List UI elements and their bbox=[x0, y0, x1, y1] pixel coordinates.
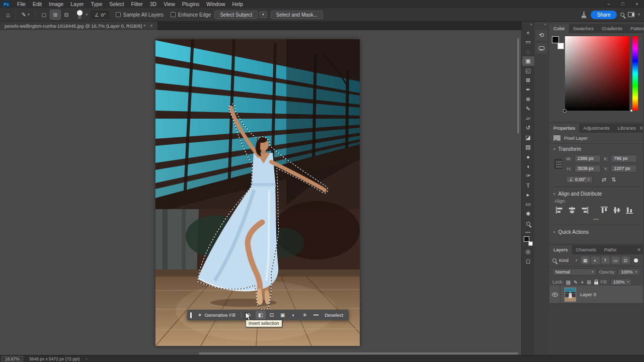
brush-angle-field[interactable]: ∠ 0° bbox=[91, 11, 109, 19]
properties-tab-adjustments[interactable]: Adjustments bbox=[579, 124, 613, 133]
subtract-selection-mode[interactable]: ⊟ bbox=[61, 10, 71, 19]
align-right-button[interactable] bbox=[580, 206, 590, 214]
clone-stamp-tool[interactable]: ▱ bbox=[522, 114, 534, 123]
y-field[interactable]: 1207 px bbox=[611, 165, 637, 172]
home-button[interactable]: ⌂ bbox=[4, 11, 12, 19]
select-subject-button[interactable]: Select Subject bbox=[214, 11, 258, 19]
hue-slider[interactable] bbox=[632, 36, 638, 111]
panel-menu-icon[interactable]: ≡ bbox=[640, 124, 644, 133]
taskbar-drag-handle[interactable] bbox=[190, 312, 192, 318]
align-section-header[interactable]: ▾ Align and Distribute bbox=[549, 189, 643, 198]
blend-mode-select[interactable]: Normal ▾ bbox=[552, 268, 596, 276]
tool-preset-button[interactable]: ✎ ▾ bbox=[20, 11, 32, 19]
brush-size-control[interactable]: 30 bbox=[77, 10, 83, 20]
vertical-scrollbar-thumb[interactable] bbox=[517, 38, 519, 134]
panel-color-swatches[interactable] bbox=[552, 36, 564, 49]
status-expand-icon[interactable]: › bbox=[86, 356, 88, 361]
path-selection-tool[interactable]: ▸ bbox=[522, 190, 534, 200]
align-bottom-button[interactable] bbox=[624, 206, 634, 214]
dodge-tool[interactable]: ◖ bbox=[522, 161, 534, 171]
flip-vertical-button[interactable]: ⇅ bbox=[611, 176, 616, 183]
properties-tab-properties[interactable]: Properties bbox=[549, 124, 579, 133]
spot-healing-tool[interactable]: ⊕ bbox=[522, 95, 534, 104]
width-field[interactable]: 2386 px bbox=[575, 155, 601, 162]
layer-thumbnail[interactable] bbox=[565, 288, 576, 302]
color-swatch-control[interactable] bbox=[523, 236, 533, 246]
history-panel-button[interactable]: ⟲ bbox=[535, 30, 547, 41]
color-tab-gradients[interactable]: Gradients bbox=[598, 24, 626, 33]
brush-tool[interactable]: ✎ bbox=[522, 104, 534, 114]
history-brush-tool[interactable]: ↺ bbox=[522, 123, 534, 133]
marquee-tool[interactable]: ▭ bbox=[522, 37, 534, 47]
menu-image[interactable]: Image bbox=[45, 0, 67, 8]
expand-panels-icon[interactable]: « bbox=[544, 22, 548, 28]
align-center-vertical-button[interactable] bbox=[612, 206, 622, 214]
eraser-tool[interactable]: ◪ bbox=[522, 133, 534, 142]
layer-filter-kind-select[interactable]: Kind ▾ bbox=[559, 257, 579, 263]
rotate-angle-field[interactable]: ∠ 0.00° ▾ bbox=[566, 176, 593, 183]
lock-transparent-pixels[interactable]: ▨ bbox=[566, 280, 571, 285]
vertical-scrollbar[interactable] bbox=[517, 34, 520, 351]
menu-window[interactable]: Window bbox=[203, 0, 228, 8]
color-tab-swatches[interactable]: Swatches bbox=[569, 24, 598, 33]
color-tab-color[interactable]: Color bbox=[549, 24, 569, 33]
lasso-tool[interactable]: ◌ bbox=[522, 47, 534, 56]
filter-toggle[interactable] bbox=[634, 258, 638, 262]
shape-tool[interactable]: ▭ bbox=[522, 200, 534, 209]
menu-help[interactable]: Help bbox=[229, 0, 247, 8]
zoom-tool[interactable] bbox=[522, 219, 534, 228]
layers-tab-layers[interactable]: Layers bbox=[549, 245, 572, 254]
eyedropper-tool[interactable]: ✒ bbox=[522, 85, 534, 95]
menu-edit[interactable]: Edit bbox=[29, 0, 45, 8]
workspace-switcher-icon[interactable] bbox=[628, 12, 634, 17]
checkbox-sample-all-layers[interactable]: Sample All Layers bbox=[116, 12, 164, 18]
foreground-color-swatch[interactable] bbox=[524, 236, 529, 242]
x-field[interactable]: 796 px bbox=[611, 155, 637, 162]
height-field[interactable]: 3539 px bbox=[575, 165, 601, 172]
background-color-swatch[interactable] bbox=[557, 43, 564, 49]
pen-tool[interactable]: ✑ bbox=[522, 171, 534, 180]
align-left-button[interactable] bbox=[554, 206, 565, 214]
menu-layer[interactable]: Layer bbox=[67, 0, 87, 8]
document-tab-close-icon[interactable]: × bbox=[150, 23, 153, 29]
type-tool[interactable]: T bbox=[522, 180, 534, 190]
close-button[interactable]: × bbox=[630, 0, 644, 8]
background-color-swatch[interactable] bbox=[528, 241, 533, 246]
chevron-down-icon[interactable]: ▾ bbox=[86, 13, 88, 17]
flip-horizontal-button[interactable]: ⇄ bbox=[602, 176, 606, 183]
transform-section-header[interactable]: ▾ Transform bbox=[549, 144, 643, 153]
maximize-button[interactable]: □ bbox=[616, 0, 630, 8]
color-tab-patterns[interactable]: Patterns bbox=[626, 24, 644, 33]
menu-3d[interactable]: 3D bbox=[146, 0, 160, 8]
horizontal-scrollbar-thumb[interactable] bbox=[199, 352, 518, 354]
gradient-tool[interactable]: ▨ bbox=[522, 142, 534, 152]
transform-selection-button[interactable]: ⊡ bbox=[267, 311, 277, 319]
align-center-horizontal-button[interactable] bbox=[567, 206, 577, 214]
document-image[interactable] bbox=[155, 39, 360, 346]
align-more-button[interactable]: ••• bbox=[549, 215, 643, 223]
modify-selection-button[interactable]: ✳ bbox=[300, 311, 310, 319]
color-selection-marker[interactable] bbox=[563, 109, 567, 113]
select-and-mask-button[interactable]: Select and Mask... bbox=[271, 11, 323, 19]
hand-tool[interactable]: ✱ bbox=[522, 209, 534, 219]
menu-select[interactable]: Select bbox=[106, 0, 127, 8]
zoom-level-field[interactable]: 16.67% bbox=[2, 356, 23, 361]
layers-tab-channels[interactable]: Channels bbox=[572, 245, 600, 254]
saturation-brightness-field[interactable] bbox=[565, 36, 629, 111]
hue-slider-marker[interactable] bbox=[630, 109, 633, 112]
filter-shape-layers[interactable]: ▭ bbox=[611, 256, 620, 264]
frame-tool[interactable]: ⊠ bbox=[522, 75, 534, 85]
edit-toolbar-button[interactable]: ••• bbox=[525, 230, 530, 234]
search-icon[interactable] bbox=[620, 13, 624, 17]
lock-artboard[interactable]: ⊞ bbox=[587, 280, 591, 285]
layer-row[interactable]: Layer 0 bbox=[549, 286, 643, 304]
adjustment-button[interactable]: ◐ bbox=[289, 311, 299, 319]
properties-tab-libraries[interactable]: Libraries bbox=[614, 124, 640, 133]
collapse-toolbar-icon[interactable]: » bbox=[530, 22, 534, 28]
lock-image-pixels[interactable]: ✎ bbox=[574, 280, 578, 285]
chevron-down-icon[interactable]: ▾ bbox=[638, 13, 640, 17]
minimize-button[interactable]: – bbox=[602, 0, 616, 8]
invert-selection-button[interactable]: ◧ bbox=[256, 311, 266, 319]
align-top-button[interactable] bbox=[599, 206, 609, 214]
menu-file[interactable]: File bbox=[14, 0, 29, 8]
